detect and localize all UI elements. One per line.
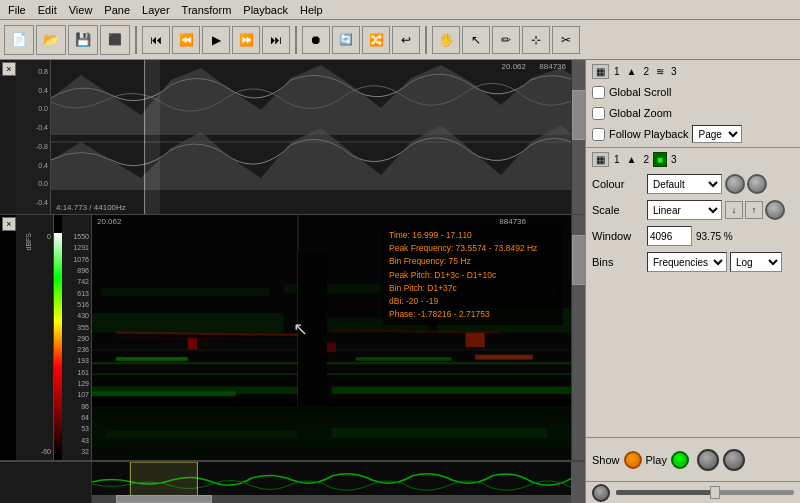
overlay-time: Time: 16.999 - 17.110 xyxy=(389,229,557,242)
menu-pane[interactable]: Pane xyxy=(98,2,136,18)
right-top-tabs: ▦ 1 ▲ 2 ≋ 3 xyxy=(592,64,794,79)
follow-playback-row: Follow Playback Page Scroll xyxy=(592,125,794,143)
overlay-bin-pitch: Bin Pitch: D1+37c xyxy=(389,282,557,295)
select-tool[interactable]: ⊹ xyxy=(522,26,550,54)
top-tab-icon-3[interactable]: ≋ xyxy=(653,65,667,78)
minimap-vscroll[interactable] xyxy=(571,462,585,503)
open-button[interactable]: 📂 xyxy=(36,25,66,55)
volume-thumb[interactable] xyxy=(710,486,720,499)
top-tab-num-3[interactable]: 3 xyxy=(668,65,680,78)
go-start-button[interactable]: ⏮ xyxy=(142,26,170,54)
right-bottom-section: ▦ 1 ▲ 2 ■ 3 Colour Default Sunset Printe… xyxy=(586,148,800,437)
arrow-tool[interactable]: ↖ xyxy=(462,26,490,54)
menu-view[interactable]: View xyxy=(63,2,99,18)
colour-reset-btn[interactable] xyxy=(725,174,745,194)
undo-button[interactable]: ↩ xyxy=(392,26,420,54)
new-button[interactable]: 📄 xyxy=(4,25,34,55)
colour-select[interactable]: Default Sunset Printer xyxy=(647,174,722,194)
y-label-5: -0.8 xyxy=(16,143,50,150)
bottom-tab-icon-1[interactable]: ▦ xyxy=(592,152,609,167)
waveform-time-right: 20.062 xyxy=(502,62,526,71)
bottom-tab-num-2[interactable]: 2 xyxy=(640,153,652,166)
scale-up-btn[interactable]: ↑ xyxy=(745,201,763,219)
top-tab-icon-1[interactable]: ▦ xyxy=(592,64,609,79)
waveform-vscroll-thumb[interactable] xyxy=(572,90,585,140)
follow-playback-checkbox[interactable] xyxy=(592,128,605,141)
waveform-vscroll[interactable] xyxy=(571,60,585,214)
global-scroll-checkbox[interactable] xyxy=(592,86,605,99)
scale-reset-btn[interactable] xyxy=(765,200,785,220)
menu-layer[interactable]: Layer xyxy=(136,2,176,18)
volume-knob[interactable] xyxy=(697,449,719,471)
minimap-hscroll[interactable] xyxy=(92,495,571,503)
play-action-btn[interactable] xyxy=(723,449,745,471)
menu-file[interactable]: File xyxy=(2,2,32,18)
play-button[interactable]: ▶ xyxy=(202,26,230,54)
svg-rect-10 xyxy=(92,362,571,364)
vol-knob-bottom[interactable] xyxy=(592,484,610,502)
scale-down-btn[interactable]: ↓ xyxy=(725,201,743,219)
text-tool[interactable]: ✂ xyxy=(552,26,580,54)
panel-close-waveform[interactable]: × xyxy=(2,62,16,76)
minimap-hscroll-thumb[interactable] xyxy=(116,495,212,503)
cursor-tool[interactable]: 🖐 xyxy=(432,26,460,54)
menu-playback[interactable]: Playback xyxy=(237,2,294,18)
bottom-tab-icon-2[interactable]: ▲ xyxy=(624,153,640,166)
bottom-tab-num-3[interactable]: 3 xyxy=(668,153,680,166)
show-indicator[interactable] xyxy=(624,451,642,469)
freq-64: 64 xyxy=(62,414,91,421)
save-button[interactable]: 💾 xyxy=(68,25,98,55)
svg-rect-33 xyxy=(106,431,298,438)
y-label-2: 0.4 xyxy=(16,87,50,94)
spec-vscroll[interactable] xyxy=(571,215,585,460)
freq-53: 53 xyxy=(62,425,91,432)
pencil-tool[interactable]: ✏ xyxy=(492,26,520,54)
spec-content: 20.062 884736 xyxy=(92,215,571,460)
follow-playback-select[interactable]: Page Scroll xyxy=(692,125,742,143)
freq-43: 43 xyxy=(62,437,91,444)
menubar: File Edit View Pane Layer Transform Play… xyxy=(0,0,800,20)
spec-vscroll-thumb[interactable] xyxy=(572,235,585,285)
menu-edit[interactable]: Edit xyxy=(32,2,63,18)
top-tab-num-2[interactable]: 2 xyxy=(640,65,652,78)
record-button[interactable]: ⏺ xyxy=(302,26,330,54)
volume-track[interactable] xyxy=(616,490,794,495)
top-tab-num-1[interactable]: 1 xyxy=(611,65,623,78)
fast-forward-button[interactable]: ⏩ xyxy=(232,26,260,54)
top-tab-icon-2[interactable]: ▲ xyxy=(624,65,640,78)
global-zoom-checkbox[interactable] xyxy=(592,107,605,120)
y-label-8: -0.4 xyxy=(16,199,50,206)
go-end-button[interactable]: ⏭ xyxy=(262,26,290,54)
y-label-1: 0.8 xyxy=(16,68,50,75)
colour-apply-btn[interactable] xyxy=(747,174,767,194)
window-input[interactable] xyxy=(647,226,692,246)
overlay-db: dBi: -20 - -19 xyxy=(389,295,557,308)
play-indicator[interactable] xyxy=(671,451,689,469)
spec-db-values: 0 -60 xyxy=(32,215,54,460)
shuffle-button[interactable]: 🔀 xyxy=(362,26,390,54)
rewind-button[interactable]: ⏪ xyxy=(172,26,200,54)
menu-help[interactable]: Help xyxy=(294,2,329,18)
bottom-tab-icon-3[interactable]: ■ xyxy=(653,152,667,167)
panel-close-spec[interactable]: × xyxy=(2,217,16,231)
bins-select[interactable]: Frequencies Linear xyxy=(647,252,727,272)
toolbar-separator-2 xyxy=(295,26,297,54)
freq-86: 86 xyxy=(62,403,91,410)
scale-label: Scale xyxy=(592,204,647,216)
dbfs-label: dBFS xyxy=(16,233,32,251)
bins-scale-select[interactable]: Log Linear xyxy=(730,252,782,272)
svg-rect-5 xyxy=(145,60,161,214)
svg-rect-9 xyxy=(332,387,572,394)
export-button[interactable]: ⬛ xyxy=(100,25,130,55)
colour-row: Colour Default Sunset Printer xyxy=(592,173,794,195)
bins-row: Bins Frequencies Linear Log Linear xyxy=(592,251,794,273)
bottom-tab-num-1[interactable]: 1 xyxy=(611,153,623,166)
show-play-bar: Show Play xyxy=(586,437,800,481)
window-pct: 93.75 % xyxy=(696,231,733,242)
minimap-panel xyxy=(0,461,585,503)
svg-rect-20 xyxy=(102,289,270,296)
menu-transform[interactable]: Transform xyxy=(176,2,238,18)
loop-button[interactable]: 🔄 xyxy=(332,26,360,54)
freq-236: 236 xyxy=(62,346,91,353)
scale-select[interactable]: Linear Mel Log CQT xyxy=(647,200,722,220)
